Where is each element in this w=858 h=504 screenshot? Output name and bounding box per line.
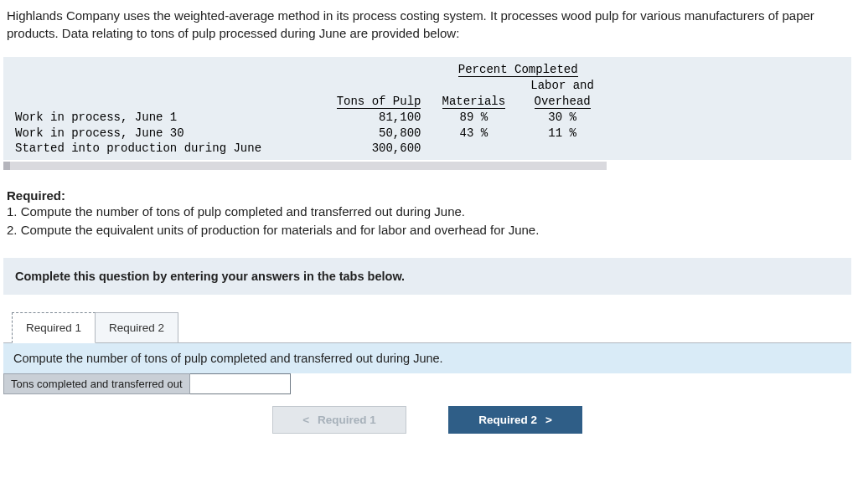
data-table: Percent Completed Labor and Tons of Pulp… — [3, 62, 607, 157]
tab-required-2[interactable]: Required 2 — [96, 312, 178, 343]
cell-tons: 300,600 — [323, 141, 430, 157]
next-button-label: Required 2 — [478, 414, 537, 426]
scrollbar-thumb[interactable] — [3, 162, 10, 170]
cell-labor: 11 % — [518, 126, 607, 141]
prev-button: < Required 1 — [272, 406, 406, 434]
nav-row: < Required 1 Required 2 > — [3, 394, 851, 437]
cell-materials: 43 % — [429, 126, 518, 141]
required-heading: Required: — [3, 188, 851, 203]
tabs-row: Required 1 Required 2 — [3, 311, 851, 342]
tab-required-1[interactable]: Required 1 — [12, 312, 96, 343]
chevron-left-icon: < — [302, 414, 309, 426]
answer-input[interactable] — [190, 373, 291, 394]
next-button[interactable]: Required 2 > — [448, 406, 582, 434]
row-label: Work in process, June 1 — [3, 110, 323, 126]
table-row: Work in process, June 30 50,800 43 % 11 … — [3, 126, 607, 141]
problem-statement: Highlands Company uses the weighted-aver… — [3, 7, 851, 42]
required-item-1: 1. Compute the number of tons of pulp co… — [7, 203, 851, 221]
instruction-bar: Complete this question by entering your … — [3, 258, 851, 295]
table-row: Started into production during June 300,… — [3, 141, 607, 157]
col-header-labor: Overhead — [535, 95, 591, 109]
col-header-tons: Tons of Pulp — [337, 95, 421, 109]
row-label: Started into production during June — [3, 141, 323, 157]
cell-tons: 81,100 — [323, 110, 430, 126]
answer-row: Tons completed and transferred out — [3, 373, 851, 394]
group-header-percent-completed: Percent Completed — [458, 63, 578, 77]
required-list: 1. Compute the number of tons of pulp co… — [3, 203, 851, 239]
tab-panel-prompt: Compute the number of tons of pulp compl… — [3, 342, 851, 373]
cell-materials — [429, 141, 518, 157]
row-label: Work in process, June 30 — [3, 126, 323, 141]
cell-materials: 89 % — [429, 110, 518, 126]
cell-labor — [518, 141, 607, 157]
chevron-right-icon: > — [545, 414, 552, 426]
required-item-2: 2. Compute the equivalent units of produ… — [7, 221, 851, 239]
horizontal-scrollbar[interactable] — [3, 162, 607, 170]
col-header-labor-line1: Labor and — [518, 78, 607, 94]
col-header-materials: Materials — [442, 95, 506, 109]
answer-label: Tons completed and transferred out — [3, 373, 190, 394]
data-table-region: Percent Completed Labor and Tons of Pulp… — [3, 57, 851, 160]
cell-labor: 30 % — [518, 110, 607, 126]
prev-button-label: Required 1 — [318, 414, 376, 426]
table-row: Work in process, June 1 81,100 89 % 30 % — [3, 110, 607, 126]
cell-tons: 50,800 — [323, 126, 430, 141]
